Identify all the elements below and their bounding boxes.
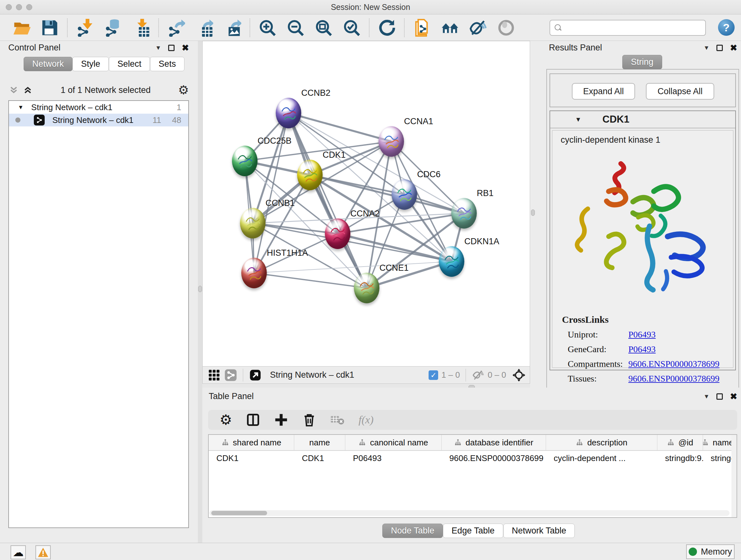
- warnings-button[interactable]: [36, 545, 51, 559]
- node-CDKN1A[interactable]: [439, 246, 464, 277]
- float-panel-icon[interactable]: [717, 45, 723, 51]
- clone-document-network-icon[interactable]: [413, 19, 431, 37]
- import-network-file-icon[interactable]: [76, 19, 94, 37]
- hide-annotations-icon[interactable]: [469, 19, 487, 37]
- node-CDK1[interactable]: [297, 160, 323, 190]
- open-session-icon[interactable]: [13, 19, 30, 37]
- zoom-selected-icon[interactable]: [343, 19, 360, 37]
- collapse-all-icon[interactable]: [8, 85, 19, 95]
- node-CCNE1[interactable]: [354, 273, 380, 303]
- column-header--id[interactable]: @id: [657, 435, 703, 450]
- gene-section: ▼ CDK1 cyclin-dependent kinase 1: [549, 111, 736, 370]
- expand-all-icon[interactable]: [22, 85, 33, 95]
- delete-column-icon[interactable]: [302, 413, 316, 427]
- zoom-in-icon[interactable]: [259, 19, 276, 37]
- network-share-icon[interactable]: [224, 369, 237, 381]
- selected-checkbox-icon[interactable]: ✓: [428, 370, 438, 380]
- crosslink-label: Compartments:: [568, 359, 628, 369]
- column-layout-icon[interactable]: [246, 413, 260, 427]
- edge-HIST1H1A-CCNE1[interactable]: [254, 273, 367, 288]
- crosslink-link[interactable]: 9606.ENSP00000378699: [628, 359, 719, 369]
- node-CCNA2[interactable]: [325, 219, 350, 249]
- node-CCNA1[interactable]: [379, 126, 404, 157]
- crosslink-link[interactable]: P06493: [628, 329, 656, 340]
- column-header-database-identifier[interactable]: database identifier: [442, 435, 546, 450]
- birdseye-navigator-icon[interactable]: [513, 369, 525, 381]
- crosslink-link[interactable]: 9606.ENSP00000378699: [628, 374, 719, 384]
- edge-CCNA2-HIST1H1A[interactable]: [254, 234, 338, 273]
- section-caret-icon[interactable]: ▼: [575, 116, 582, 123]
- expand-all-button[interactable]: Expand All: [572, 83, 635, 100]
- cell-name[interactable]: CDK1: [294, 451, 345, 465]
- right-splitter-handle[interactable]: [531, 209, 535, 216]
- float-panel-icon[interactable]: [717, 393, 723, 400]
- tab-select[interactable]: Select: [109, 57, 150, 71]
- import-network-database-icon[interactable]: [104, 19, 122, 37]
- close-panel-icon[interactable]: ✖: [182, 45, 189, 51]
- network-view-title: String Network – cdk1: [270, 370, 354, 380]
- cell--id[interactable]: stringdb:9...: [657, 451, 703, 465]
- zoom-fit-icon[interactable]: [315, 19, 333, 37]
- grid-view-icon[interactable]: [208, 369, 220, 381]
- cell-description[interactable]: cyclin-dependent ...: [546, 451, 657, 465]
- open-in-window-icon[interactable]: [249, 369, 262, 381]
- crosslink-link[interactable]: P06493: [628, 344, 656, 354]
- collapse-all-button[interactable]: Collapse All: [646, 83, 714, 100]
- node-CCNB1[interactable]: [240, 208, 266, 239]
- memory-button[interactable]: Memory: [686, 544, 735, 559]
- edge-CCNB2-CCNE1[interactable]: [288, 113, 367, 288]
- tab-node-table[interactable]: Node Table: [382, 523, 443, 538]
- panel-menu-caret-icon[interactable]: ▼: [155, 44, 161, 51]
- column-header-canonical-name[interactable]: canonical name: [345, 435, 442, 450]
- tab-network[interactable]: Network: [23, 57, 72, 71]
- tab-sets[interactable]: Sets: [150, 57, 185, 71]
- gene-section-header[interactable]: ▼ CDK1: [550, 111, 735, 128]
- node-CDC25B[interactable]: [232, 145, 258, 176]
- save-session-icon[interactable]: [41, 19, 59, 37]
- float-panel-icon[interactable]: [168, 45, 175, 51]
- edge-CDK1-RB1[interactable]: [310, 175, 464, 213]
- tree-expand-caret-icon[interactable]: ▼: [18, 104, 23, 111]
- cell-database-identifier[interactable]: 9606.ENSP00000378699: [442, 451, 546, 465]
- inactive-orb-icon[interactable]: [497, 19, 515, 37]
- add-column-icon[interactable]: [274, 413, 288, 427]
- tab-string[interactable]: String: [622, 55, 662, 69]
- import-table-icon[interactable]: [132, 19, 150, 37]
- panel-menu-caret-icon[interactable]: ▼: [704, 44, 710, 51]
- table-row[interactable]: CDK1CDK1P064939606.ENSP00000378699cyclin…: [209, 451, 737, 465]
- node-HIST1H1A[interactable]: [241, 258, 267, 288]
- export-network-icon[interactable]: [167, 19, 185, 37]
- table-vertical-scrollbar[interactable]: [731, 435, 737, 517]
- help-button[interactable]: ?: [718, 19, 735, 36]
- node-RB1[interactable]: [451, 198, 477, 229]
- network-options-gear-icon[interactable]: ⚙: [178, 84, 189, 96]
- network-collection-row[interactable]: ▼ String Network – cdk1 1: [9, 101, 188, 114]
- search-box[interactable]: [549, 20, 706, 36]
- houses-icon[interactable]: [441, 19, 459, 37]
- table-horizontal-scrollbar[interactable]: [209, 510, 730, 516]
- panel-menu-caret-icon[interactable]: ▼: [704, 393, 710, 400]
- cell-shared-name[interactable]: CDK1: [209, 451, 294, 465]
- network-canvas[interactable]: CCNB2 CCNA1 CDC25B CDK1 CDC6 RB1: [203, 41, 530, 366]
- refresh-icon[interactable]: [378, 19, 396, 37]
- cell-canonical-name[interactable]: P06493: [345, 451, 442, 465]
- column-header-shared-name[interactable]: shared name: [209, 435, 294, 450]
- node-CCNB2[interactable]: [276, 98, 301, 128]
- network-row[interactable]: String Network – cdk1 11 48: [9, 114, 188, 126]
- table-settings-gear-icon[interactable]: ⚙: [219, 413, 232, 427]
- export-table-icon[interactable]: [195, 19, 213, 37]
- close-panel-icon[interactable]: ✖: [730, 393, 737, 400]
- tab-edge-table[interactable]: Edge Table: [443, 523, 503, 538]
- search-input[interactable]: [562, 23, 705, 33]
- tab-network-table[interactable]: Network Table: [503, 523, 575, 538]
- edge-CCNB2-HIST1H1A[interactable]: [254, 113, 288, 273]
- zoom-out-icon[interactable]: [286, 19, 305, 37]
- left-splitter-handle[interactable]: [198, 286, 202, 292]
- column-header-description[interactable]: description: [546, 435, 657, 450]
- node-CDC6[interactable]: [392, 179, 417, 210]
- cloud-button[interactable]: ☁: [10, 545, 26, 559]
- export-image-icon[interactable]: [223, 19, 241, 37]
- tab-style[interactable]: Style: [72, 57, 109, 71]
- close-panel-icon[interactable]: ✖: [730, 45, 737, 51]
- column-header-name[interactable]: name: [294, 435, 345, 450]
